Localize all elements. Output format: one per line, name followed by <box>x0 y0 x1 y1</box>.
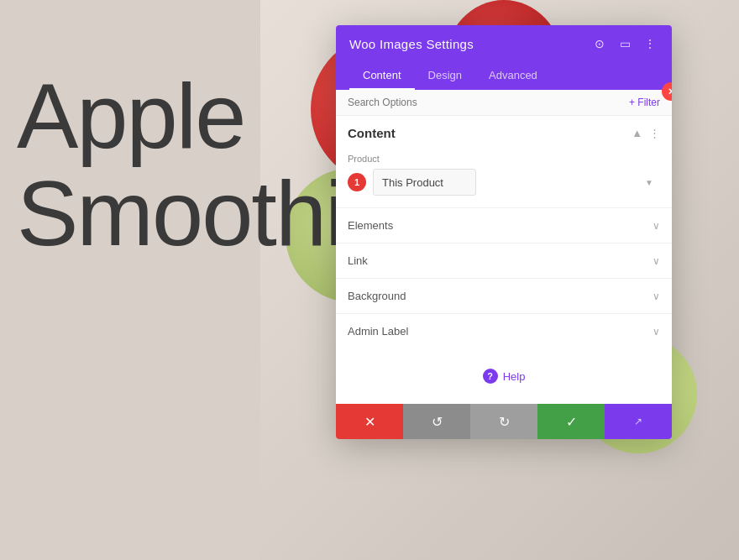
accordion-link: Link ∨ <box>336 243 672 278</box>
search-input[interactable] <box>348 97 629 108</box>
settings-panel: Woo Images Settings ⊙ ▭ ⋮ Content Design… <box>336 25 672 439</box>
accordion-elements-arrow-icon: ∨ <box>653 220 660 232</box>
help-section: ? Help <box>336 348 672 404</box>
accordion-background-label: Background <box>348 290 406 302</box>
redo-button[interactable]: ↻ <box>470 404 537 439</box>
accordion-link-arrow-icon: ∨ <box>653 255 660 267</box>
help-link[interactable]: Help <box>503 370 526 383</box>
panel-content: Content ▲ ⋮ Product 1 This Product Lates… <box>336 116 672 404</box>
section-collapse-icon[interactable]: ▲ <box>632 127 642 139</box>
cancel-button[interactable]: ✕ <box>336 404 403 439</box>
search-bar: + Filter <box>336 90 672 116</box>
accordion-admin-label-label: Admin Label <box>348 325 408 338</box>
product-badge: 1 <box>348 173 366 191</box>
accordion-elements-header[interactable]: Elements ∨ <box>336 208 672 243</box>
tabs-bar: Content Design Advanced <box>336 62 672 90</box>
accordion-admin-label-header[interactable]: Admin Label ∨ <box>336 314 672 348</box>
accordion-background-header[interactable]: Background ∨ <box>336 279 672 313</box>
accordion-link-header[interactable]: Link ∨ <box>336 243 672 278</box>
panel-title: Woo Images Settings <box>349 37 474 51</box>
panel-header: Woo Images Settings ⊙ ▭ ⋮ <box>336 25 672 62</box>
tab-design[interactable]: Design <box>415 62 475 90</box>
product-setting-group: Product 1 This Product Latest Product Fe… <box>336 147 672 207</box>
filter-label: + Filter <box>629 97 660 108</box>
help-icon: ? <box>483 369 498 384</box>
panel-expand-icon[interactable]: ▭ <box>616 35 633 52</box>
filter-button[interactable]: + Filter <box>629 97 660 108</box>
panel-minimize-icon[interactable]: ⊙ <box>591 35 608 52</box>
product-select-wrapper: This Product Latest Product Featured Pro… <box>373 169 660 196</box>
product-label: Product <box>348 154 660 164</box>
expand-button[interactable]: ↗ <box>605 404 672 439</box>
section-content-header: Content ▲ ⋮ <box>336 116 672 147</box>
accordion-admin-label-arrow-icon: ∨ <box>653 326 660 338</box>
product-setting-row: 1 This Product Latest Product Featured P… <box>348 169 660 196</box>
section-title: Content <box>348 126 396 140</box>
confirm-button[interactable]: ✓ <box>537 404 605 439</box>
panel-menu-icon[interactable]: ⋮ <box>642 35 658 52</box>
accordion-elements-label: Elements <box>348 219 393 232</box>
panel-header-icons: ⊙ ▭ ⋮ <box>591 35 658 52</box>
section-more-icon[interactable]: ⋮ <box>649 127 660 139</box>
product-select[interactable]: This Product Latest Product Featured Pro… <box>373 169 476 196</box>
accordion-background: Background ∨ <box>336 278 672 313</box>
undo-button[interactable]: ↺ <box>403 404 470 439</box>
tab-advanced[interactable]: Advanced <box>475 62 551 90</box>
bottom-toolbar: ✕ ↺ ↻ ✓ ↗ <box>336 404 672 439</box>
section-header-controls: ▲ ⋮ <box>632 127 660 139</box>
accordion-link-label: Link <box>348 254 368 267</box>
accordion-admin-label: Admin Label ∨ <box>336 313 672 348</box>
tab-content[interactable]: Content <box>349 62 415 90</box>
accordion-elements: Elements ∨ <box>336 207 672 243</box>
select-arrow-icon: ▼ <box>645 178 653 187</box>
accordion-background-arrow-icon: ∨ <box>653 290 660 302</box>
